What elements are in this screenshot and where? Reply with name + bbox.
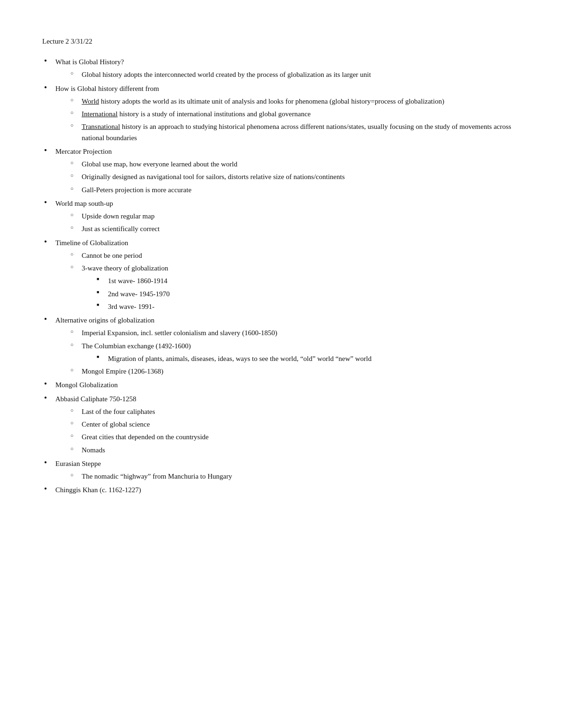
list-item: Global history adopts the interconnected… bbox=[69, 69, 521, 80]
item-text: Eurasian Steppe bbox=[55, 460, 101, 467]
item-text: Transnational history is an approach to … bbox=[82, 123, 511, 141]
item-text: World history adopts the world as its ul… bbox=[82, 98, 444, 105]
sub-list: Last of the four caliphates Center of gl… bbox=[69, 406, 521, 456]
sub-list: Imperial Expansion, incl. settler coloni… bbox=[69, 328, 521, 377]
item-text: International history is a study of inte… bbox=[82, 110, 311, 118]
list-item: Chinggis Khan (c. 1162-1227) bbox=[42, 485, 521, 495]
item-text: Gall-Peters projection is more accurate bbox=[82, 186, 191, 194]
item-text: Timeline of Globalization bbox=[55, 239, 128, 247]
list-item: What is Global History? Global history a… bbox=[42, 57, 521, 81]
item-text: What is Global History? bbox=[55, 58, 124, 66]
list-item: Cannot be one period bbox=[69, 250, 521, 261]
lecture-title: Lecture 2 3/31/22 bbox=[42, 38, 92, 45]
list-item: 3rd wave- 1991- bbox=[96, 301, 521, 312]
item-text: Alternative origins of globalization bbox=[55, 316, 154, 324]
item-text: Mongol Empire (1206-1368) bbox=[82, 368, 163, 375]
list-item: Originally designed as navigational tool… bbox=[69, 172, 521, 182]
sub-list: Upside down regular map Just as scientif… bbox=[69, 211, 521, 235]
item-text: Global use map, how everyone learned abo… bbox=[82, 160, 237, 168]
list-item: World map south-up Upside down regular m… bbox=[42, 198, 521, 235]
list-item: Mercator Projection Global use map, how … bbox=[42, 146, 521, 195]
list-item: 1st wave- 1860-1914 bbox=[96, 276, 521, 286]
item-text: 3rd wave- 1991- bbox=[108, 303, 154, 310]
item-text: Migration of plants, animals, diseases, … bbox=[108, 355, 372, 362]
item-text: The nomadic “highway” from Manchuria to … bbox=[82, 473, 232, 480]
list-item: Nomads bbox=[69, 445, 521, 456]
list-item: International history is a study of inte… bbox=[69, 109, 521, 120]
list-item: Gall-Peters projection is more accurate bbox=[69, 185, 521, 195]
item-text: Originally designed as navigational tool… bbox=[82, 173, 345, 180]
sub-list: Cannot be one period 3-wave theory of gl… bbox=[69, 250, 521, 312]
list-item: The nomadic “highway” from Manchuria to … bbox=[69, 471, 521, 482]
list-item: Upside down regular map bbox=[69, 211, 521, 222]
item-text: Mercator Projection bbox=[55, 148, 112, 155]
sub-sub-list: 1st wave- 1860-1914 2nd wave- 1945-1970 … bbox=[96, 276, 521, 312]
sub-list: The nomadic “highway” from Manchuria to … bbox=[69, 471, 521, 482]
list-item: How is Global history different from Wor… bbox=[42, 83, 521, 143]
main-list: What is Global History? Global history a… bbox=[42, 57, 521, 496]
sub-list: Global history adopts the interconnected… bbox=[69, 69, 521, 80]
list-item: World history adopts the world as its ul… bbox=[69, 96, 521, 107]
item-text: Cannot be one period bbox=[82, 252, 142, 259]
list-item: Mongol Empire (1206-1368) bbox=[69, 366, 521, 377]
item-text: Nomads bbox=[82, 446, 105, 454]
list-item: Great cities that depended on the countr… bbox=[69, 432, 521, 443]
list-item: Alternative origins of globalization Imp… bbox=[42, 315, 521, 377]
item-text: Upside down regular map bbox=[82, 212, 154, 220]
list-item: 2nd wave- 1945-1970 bbox=[96, 289, 521, 300]
list-item: Migration of plants, animals, diseases, … bbox=[96, 353, 521, 364]
item-text: 3-wave theory of globalization bbox=[82, 264, 168, 272]
sub-list: World history adopts the world as its ul… bbox=[69, 96, 521, 143]
list-item: Just as scientifically correct bbox=[69, 224, 521, 234]
list-item: Eurasian Steppe The nomadic “highway” fr… bbox=[42, 458, 521, 482]
list-item: The Columbian exchange (1492-1600) Migra… bbox=[69, 341, 521, 365]
item-text: Global history adopts the interconnected… bbox=[82, 71, 371, 78]
item-text: How is Global history different from bbox=[55, 85, 159, 92]
item-text: Great cities that depended on the countr… bbox=[82, 433, 209, 441]
item-text: The Columbian exchange (1492-1600) bbox=[82, 342, 191, 350]
sub-list: Global use map, how everyone learned abo… bbox=[69, 159, 521, 195]
item-text: World map south-up bbox=[55, 200, 113, 207]
item-text: 1st wave- 1860-1914 bbox=[108, 277, 167, 285]
sub-sub-list: Migration of plants, animals, diseases, … bbox=[96, 353, 521, 364]
list-item: 3-wave theory of globalization 1st wave-… bbox=[69, 263, 521, 312]
item-text: Last of the four caliphates bbox=[82, 408, 155, 415]
item-text: Just as scientifically correct bbox=[82, 225, 160, 233]
list-item: Timeline of Globalization Cannot be one … bbox=[42, 238, 521, 313]
item-text: Imperial Expansion, incl. settler coloni… bbox=[82, 329, 277, 337]
list-item: Global use map, how everyone learned abo… bbox=[69, 159, 521, 170]
list-item: Abbasid Caliphate 750-1258 Last of the f… bbox=[42, 394, 521, 456]
list-item: Mongol Globalization bbox=[42, 380, 521, 390]
item-text: Chinggis Khan (c. 1162-1227) bbox=[55, 486, 141, 494]
page-header: Lecture 2 3/31/22 bbox=[42, 38, 521, 45]
item-text: Center of global science bbox=[82, 420, 150, 428]
item-text: Mongol Globalization bbox=[55, 381, 118, 389]
list-item: Imperial Expansion, incl. settler coloni… bbox=[69, 328, 521, 338]
list-item: Center of global science bbox=[69, 419, 521, 430]
item-text: 2nd wave- 1945-1970 bbox=[108, 290, 170, 298]
list-item: Transnational history is an approach to … bbox=[69, 121, 521, 143]
item-text: Abbasid Caliphate 750-1258 bbox=[55, 395, 136, 403]
list-item: Last of the four caliphates bbox=[69, 406, 521, 417]
